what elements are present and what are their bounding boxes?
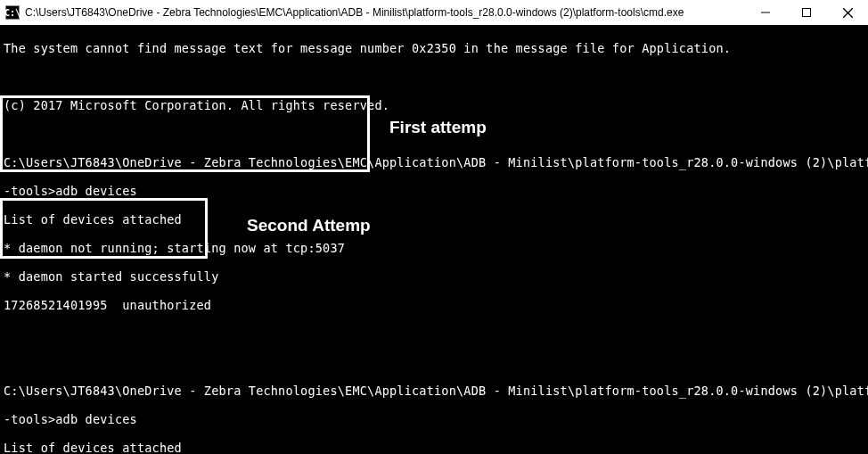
cmd-icon: C:\ bbox=[5, 5, 20, 20]
terminal-line: * daemon not running; starting now at tc… bbox=[4, 241, 864, 255]
maximize-button[interactable] bbox=[786, 0, 827, 25]
terminal-line bbox=[4, 355, 864, 369]
terminal-line: C:\Users\JT6843\OneDrive - Zebra Technol… bbox=[4, 384, 864, 398]
terminal-line: -tools>adb devices bbox=[4, 184, 864, 198]
terminal-line: (c) 2017 Microsoft Corporation. All righ… bbox=[4, 98, 864, 112]
window-title: C:\Users\JT6843\OneDrive - Zebra Technol… bbox=[25, 6, 745, 19]
terminal-line: C:\Users\JT6843\OneDrive - Zebra Technol… bbox=[4, 155, 864, 169]
svg-rect-1 bbox=[803, 9, 811, 17]
terminal-line: List of devices attached bbox=[4, 441, 864, 454]
minimize-button[interactable] bbox=[745, 0, 786, 25]
close-button[interactable] bbox=[827, 0, 868, 25]
window-controls bbox=[745, 0, 868, 25]
second-attempt-annotation: Second Attemp bbox=[247, 216, 371, 235]
terminal-output[interactable]: The system cannot find message text for … bbox=[0, 25, 868, 454]
window-titlebar: C:\ C:\Users\JT6843\OneDrive - Zebra Tec… bbox=[0, 0, 868, 25]
first-attempt-annotation: First attemp bbox=[389, 118, 487, 137]
terminal-line: 17268521401995 unauthorized bbox=[4, 298, 864, 312]
terminal-line: The system cannot find message text for … bbox=[4, 41, 864, 55]
terminal-line: -tools>adb devices bbox=[4, 412, 864, 426]
terminal-line bbox=[4, 326, 864, 341]
terminal-line: * daemon started successfully bbox=[4, 269, 864, 284]
terminal-line bbox=[4, 70, 864, 84]
terminal-line: List of devices attached bbox=[4, 212, 864, 227]
